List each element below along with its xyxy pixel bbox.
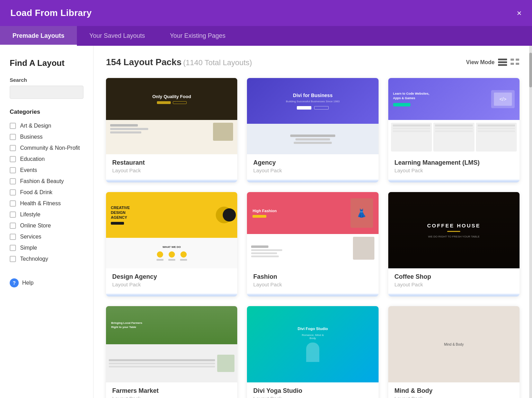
card-info-restaurant: Restaurant Layout Pack — [106, 154, 237, 180]
category-checkbox-services[interactable] — [10, 234, 16, 240]
card-name-design-agency: Design Agency — [112, 273, 231, 280]
category-checkbox-lifestyle[interactable] — [10, 211, 16, 218]
layout-card-lms[interactable]: Learn to Code Websites,Apps & Games </> — [388, 78, 520, 182]
category-checkbox-community-nonprofit[interactable] — [10, 145, 16, 151]
help-icon: ? — [10, 278, 19, 287]
category-checkbox-food-drink[interactable] — [10, 189, 16, 196]
sidebar-title: Find A Layout — [10, 58, 83, 68]
modal-title: Load From Library — [10, 8, 92, 18]
categories-title: Categories — [10, 109, 83, 115]
card-preview-mind-body: Mind & Body — [388, 306, 520, 382]
category-item-technology[interactable]: Technology — [10, 253, 83, 265]
category-item-services[interactable]: Services — [10, 231, 83, 242]
category-item-education[interactable]: Education — [10, 154, 83, 165]
tab-saved-layouts[interactable]: Your Saved Layouts — [77, 26, 157, 46]
card-info-fashion: Fashion Layout Pack — [247, 268, 378, 294]
categories-list: Art & Design Business Community & Non-Pr… — [10, 120, 83, 265]
category-item-online-store[interactable]: Online Store — [10, 220, 83, 231]
main-content: 154 Layout Packs (1140 Total Layouts) Vi… — [94, 46, 532, 398]
scrollbar-thumb[interactable] — [529, 53, 532, 87]
card-preview-divi-yoga: Divi Fogo Studio Romance, Mind &Body — [247, 306, 378, 382]
card-type-restaurant: Layout Pack — [112, 167, 231, 173]
layout-count-sub: (1140 Total Layouts) — [183, 58, 252, 67]
card-type-divi-yoga: Layout Pack — [253, 396, 372, 398]
card-type-lms: Layout Pack — [394, 167, 513, 173]
card-name-divi-yoga: Divi Yoga Studio — [253, 387, 372, 395]
main-header: 154 Layout Packs (1140 Total Layouts) Vi… — [106, 57, 520, 68]
card-name-mind-body: Mind & Body — [394, 387, 513, 395]
sidebar: Find A Layout Search Categories Art & De… — [0, 46, 94, 398]
help-text: Help — [22, 280, 34, 286]
category-item-fashion-beauty[interactable]: Fashion & Beauty — [10, 176, 83, 187]
card-info-design-agency: Design Agency Layout Pack — [106, 268, 237, 294]
card-name-lms: Learning Management (LMS) — [394, 159, 513, 166]
card-preview-coffee-shop: COFFEE HOUSE WE DO RIGHT TO FRESH YOUR T… — [388, 192, 520, 268]
category-checkbox-art-design[interactable] — [10, 123, 16, 129]
tab-existing-pages[interactable]: Your Existing Pages — [158, 26, 238, 46]
layout-card-divi-yoga[interactable]: Divi Fogo Studio Romance, Mind &Body Div… — [247, 306, 378, 398]
cards-grid: Only Quality Food — [106, 78, 520, 398]
card-preview-lms: Learn to Code Websites,Apps & Games </> — [388, 78, 520, 154]
category-item-art-design[interactable]: Art & Design — [10, 120, 83, 131]
card-preview-design-agency: CREATIVEDESIGNAGENCY WHAT WE DO — [106, 192, 237, 268]
card-preview-fashion: High Fashion 👗 — [247, 192, 378, 268]
grid-view-button[interactable] — [498, 59, 507, 66]
card-name-farmers-market: Farmers Market — [112, 387, 231, 395]
layout-card-farmers-market[interactable]: Bringing Local FarmersRight to your Tabl… — [106, 306, 237, 398]
search-label: Search — [10, 77, 83, 83]
card-name-restaurant: Restaurant — [112, 159, 231, 166]
layout-card-restaurant[interactable]: Only Quality Food — [106, 78, 237, 182]
layout-count-title: 154 Layout Packs — [106, 57, 181, 67]
card-type-mind-body: Layout Pack — [394, 396, 513, 398]
view-mode-label: View Mode — [466, 59, 495, 66]
category-checkbox-simple[interactable] — [10, 245, 16, 251]
layout-count-heading: 154 Layout Packs (1140 Total Layouts) — [106, 57, 252, 68]
help-section[interactable]: ? Help — [10, 278, 83, 287]
card-type-fashion: Layout Pack — [253, 282, 372, 287]
category-item-business[interactable]: Business — [10, 131, 83, 142]
card-name-coffee-shop: Coffee Shop — [394, 273, 513, 280]
card-type-farmers-market: Layout Pack — [112, 396, 231, 398]
category-item-food-drink[interactable]: Food & Drink — [10, 187, 83, 198]
card-name-agency: Agency — [253, 159, 372, 166]
layout-card-agency[interactable]: Divi for Business Building Successful Bu… — [247, 78, 378, 182]
category-item-community-nonprofit[interactable]: Community & Non-Profit — [10, 142, 83, 154]
view-mode-controls: View Mode — [466, 59, 520, 66]
category-item-lifestyle[interactable]: Lifestyle — [10, 209, 83, 220]
card-preview-restaurant: Only Quality Food — [106, 78, 237, 154]
category-checkbox-fashion-beauty[interactable] — [10, 178, 16, 184]
tabs-bar: Premade Layouts Your Saved Layouts Your … — [0, 26, 532, 46]
close-button[interactable]: × — [517, 9, 522, 17]
category-checkbox-online-store[interactable] — [10, 223, 16, 229]
card-info-coffee-shop: Coffee Shop Layout Pack — [388, 268, 520, 294]
layout-card-design-agency[interactable]: CREATIVEDESIGNAGENCY WHAT WE DO — [106, 192, 237, 296]
layout-card-coffee-shop[interactable]: COFFEE HOUSE WE DO RIGHT TO FRESH YOUR T… — [388, 192, 520, 296]
modal-header: Load From Library × — [0, 0, 532, 26]
category-checkbox-health-fitness[interactable] — [10, 200, 16, 207]
content-area: Find A Layout Search Categories Art & De… — [0, 46, 532, 398]
tab-premade-layouts[interactable]: Premade Layouts — [0, 26, 77, 46]
card-name-fashion: Fashion — [253, 273, 372, 280]
list-view-button[interactable] — [511, 59, 520, 66]
category-item-health-fitness[interactable]: Health & Fitness — [10, 198, 83, 209]
category-checkbox-technology[interactable] — [10, 256, 16, 262]
category-checkbox-education[interactable] — [10, 156, 16, 162]
category-checkbox-business[interactable] — [10, 134, 16, 140]
search-input[interactable] — [10, 86, 83, 99]
card-info-agency: Agency Layout Pack — [247, 154, 378, 180]
card-type-agency: Layout Pack — [253, 167, 372, 173]
card-info-farmers-market: Farmers Market Layout Pack — [106, 382, 237, 398]
card-preview-agency: Divi for Business Building Successful Bu… — [247, 78, 378, 154]
category-item-events[interactable]: Events — [10, 165, 83, 176]
layout-card-mind-body[interactable]: Mind & Body Mind & Body Layout Pack — [388, 306, 520, 398]
card-preview-farmers-market: Bringing Local FarmersRight to your Tabl… — [106, 306, 237, 382]
layout-card-fashion[interactable]: High Fashion 👗 — [247, 192, 378, 296]
card-type-coffee-shop: Layout Pack — [394, 282, 513, 287]
category-checkbox-events[interactable] — [10, 167, 16, 173]
card-info-divi-yoga: Divi Yoga Studio Layout Pack — [247, 382, 378, 398]
card-info-mind-body: Mind & Body Layout Pack — [388, 382, 520, 398]
category-item-simple[interactable]: Simple — [10, 242, 83, 253]
card-type-design-agency: Layout Pack — [112, 282, 231, 287]
card-info-lms: Learning Management (LMS) Layout Pack — [388, 154, 520, 180]
scrollbar-track[interactable] — [529, 46, 532, 398]
